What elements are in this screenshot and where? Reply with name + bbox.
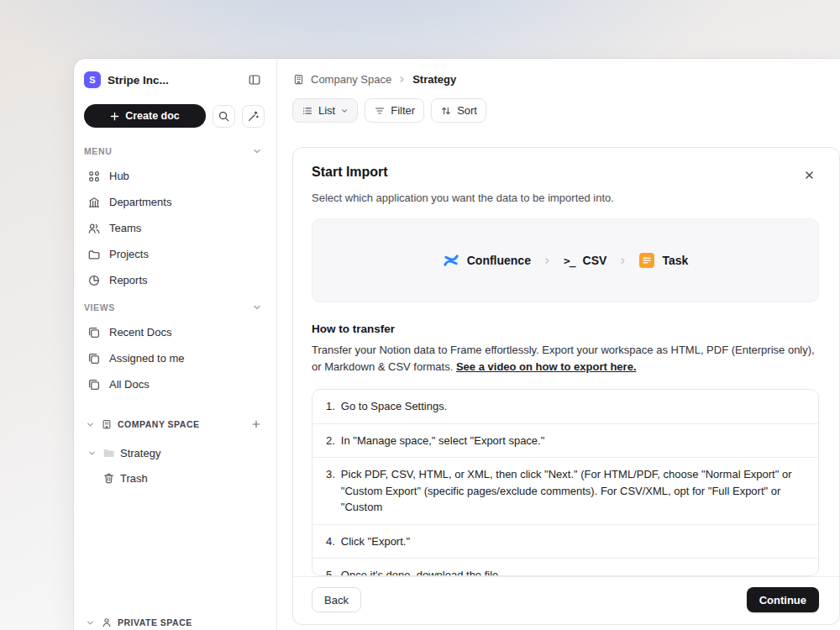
how-to-text: Transfer your Notion data to Frame effor… (312, 342, 819, 375)
views-section-header: VIEWS (84, 299, 265, 316)
workspace-name: Stripe Inc... (108, 74, 169, 87)
sidebar-item-reports[interactable]: Reports (84, 267, 265, 293)
add-space-doc-button[interactable] (248, 416, 265, 433)
workspace-switcher[interactable]: S Stripe Inc... (84, 71, 169, 88)
plus-icon (250, 418, 262, 430)
sidebar-item-projects[interactable]: Projects (84, 241, 265, 267)
chevron-right-icon (618, 256, 627, 265)
step-row: 4. Click "Export." (312, 524, 818, 559)
sidebar-item-label: Departments (109, 196, 171, 208)
sidebar-item-label: Hub (109, 170, 129, 182)
flow-source: Confluence (443, 252, 531, 269)
filter-button[interactable]: Filter (365, 98, 424, 123)
docs-stack-icon (87, 352, 101, 365)
chevron-down-icon (252, 146, 262, 156)
list-view-dropdown[interactable]: List (292, 98, 358, 123)
views-collapse-button[interactable] (249, 300, 265, 315)
panel-subtitle: Select which application you want the da… (312, 192, 819, 204)
docs-stack-icon (87, 378, 101, 391)
flow-middle-label: CSV (583, 254, 607, 267)
sidebar-item-label: Recent Docs (109, 326, 171, 339)
menu-collapse-button[interactable] (249, 144, 265, 159)
search-icon (218, 110, 230, 123)
sidebar-item-all-docs[interactable]: All Docs (84, 371, 265, 397)
breadcrumb-parent[interactable]: Company Space (311, 73, 391, 86)
company-space-header[interactable]: COMPANY SPACE (84, 416, 265, 433)
sidebar-actions: Create doc (84, 104, 265, 128)
views-nav: Recent Docs Assigned to me All Docs (84, 319, 265, 397)
sidebar-item-teams[interactable]: Teams (84, 215, 265, 241)
menu-nav: Hub Departments Teams Projects (84, 163, 265, 293)
folder-icon (87, 248, 101, 261)
sidebar-item-departments[interactable]: Departments (84, 189, 265, 215)
continue-button[interactable]: Continue (747, 587, 819, 612)
close-button[interactable] (799, 165, 819, 185)
chevron-down-icon (84, 420, 96, 429)
departments-icon (87, 196, 101, 209)
chevron-down-icon (86, 449, 97, 458)
chevron-down-icon (252, 302, 262, 312)
flow-target: Task (639, 253, 688, 268)
person-icon (101, 617, 113, 628)
steps-list: 1. Go to Space Settings. 2. In "Manage s… (312, 389, 819, 576)
main-content: Company Space Strategy List Filter (277, 59, 840, 630)
collapse-sidebar-button[interactable] (244, 70, 265, 90)
tree-item-label: Trash (120, 472, 148, 485)
hub-icon (87, 170, 101, 183)
panel-title: Start Import (312, 165, 388, 180)
step-row: 2. In "Manage space," select "Export spa… (312, 423, 818, 458)
ai-assist-button[interactable] (242, 105, 265, 128)
private-space-header[interactable]: PRIVATE SPACE (84, 612, 265, 630)
sidebar-item-recent-docs[interactable]: Recent Docs (84, 319, 265, 345)
chevron-right-icon (397, 75, 407, 84)
building-icon (101, 418, 113, 430)
step-number: 5. (326, 567, 335, 576)
sidebar-item-trash[interactable]: Trash (84, 465, 265, 491)
search-button[interactable] (213, 105, 235, 128)
menu-section-header: MENU (84, 143, 265, 160)
workspace-row: S Stripe Inc... (84, 69, 265, 91)
sidebar-item-label: All Docs (109, 378, 150, 391)
magic-wand-icon (247, 110, 260, 123)
sidebar-item-label: Assigned to me (109, 352, 185, 365)
close-icon (803, 169, 816, 181)
sort-button[interactable]: Sort (431, 98, 486, 123)
task-icon (639, 253, 654, 268)
create-doc-button[interactable]: Create doc (84, 104, 206, 128)
flow-source-label: Confluence (467, 254, 531, 267)
folder-icon (102, 447, 115, 459)
sidebar-item-label: Teams (109, 222, 141, 234)
step-row: 5. Once it's done, download the file. (312, 558, 818, 576)
private-space-label: PRIVATE SPACE (118, 617, 192, 627)
list-icon (302, 105, 313, 117)
confluence-icon (443, 252, 459, 269)
export-video-link[interactable]: See a video on how to export here. (456, 360, 637, 373)
back-button[interactable]: Back (312, 587, 361, 612)
step-row: 1. Go to Space Settings. (312, 390, 818, 423)
filter-label: Filter (391, 104, 415, 117)
step-text: Pick PDF, CSV, HTML, or XML, then click … (341, 466, 805, 516)
chevron-down-icon (84, 618, 96, 627)
how-to-title: How to transfer (312, 323, 819, 335)
sidebar-item-strategy[interactable]: Strategy (84, 440, 265, 465)
import-flow-diagram: Confluence >_ CSV Task (312, 218, 819, 302)
list-view-label: List (318, 104, 335, 117)
workspace-building-icon (292, 73, 305, 86)
flow-target-label: Task (662, 254, 688, 267)
trash-icon (102, 472, 115, 485)
sort-label: Sort (457, 104, 477, 117)
teams-icon (87, 222, 101, 235)
panel-footer: Back Continue (293, 576, 839, 624)
plus-icon (110, 112, 119, 121)
step-text: Once it's done, download the file. (341, 567, 501, 576)
step-number: 2. (326, 433, 335, 449)
create-doc-label: Create doc (125, 110, 180, 122)
workspace-logo: S (84, 71, 101, 88)
sidebar-item-assigned-to-me[interactable]: Assigned to me (84, 345, 265, 371)
terminal-icon: >_ (564, 255, 575, 267)
view-toolbar: List Filter Sort (277, 86, 840, 123)
app-window: S Stripe Inc... Create doc (74, 59, 840, 630)
sidebar-item-hub[interactable]: Hub (84, 163, 265, 189)
step-number: 4. (326, 533, 335, 550)
start-import-panel: Start Import Select which application yo… (292, 147, 840, 625)
